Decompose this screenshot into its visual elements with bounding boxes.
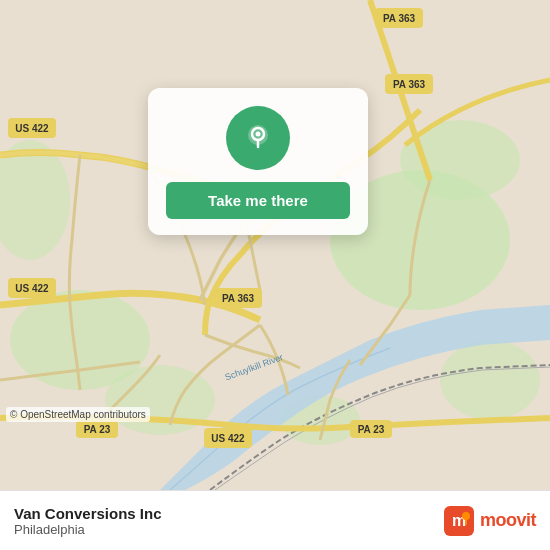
info-bar: Van Conversions Inc Philadelphia m moovi… [0,490,550,550]
svg-point-30 [462,512,470,520]
pin-icon-wrapper [226,106,290,170]
svg-text:US 422: US 422 [15,283,49,294]
svg-text:PA 23: PA 23 [358,424,385,435]
svg-text:US 422: US 422 [211,433,245,444]
location-card: Take me there [148,88,368,235]
moovit-text: moovit [480,510,536,531]
svg-point-2 [400,120,520,200]
svg-text:PA 23: PA 23 [84,424,111,435]
osm-attribution: © OpenStreetMap contributors [6,407,150,422]
svg-point-27 [256,132,261,137]
map-container: PA 363 PA 363 PA 363 US 422 US 422 US 42… [0,0,550,490]
moovit-logo: m moovit [444,506,536,536]
moovit-icon-svg: m [444,506,474,536]
location-city: Philadelphia [14,522,162,537]
svg-text:PA 363: PA 363 [222,293,255,304]
map-pin-icon [241,121,275,155]
svg-point-7 [440,340,540,420]
svg-text:PA 363: PA 363 [393,79,426,90]
take-me-there-button[interactable]: Take me there [166,182,350,219]
svg-text:PA 363: PA 363 [383,13,416,24]
location-info: Van Conversions Inc Philadelphia [14,505,162,537]
location-name: Van Conversions Inc [14,505,162,522]
svg-text:US 422: US 422 [15,123,49,134]
